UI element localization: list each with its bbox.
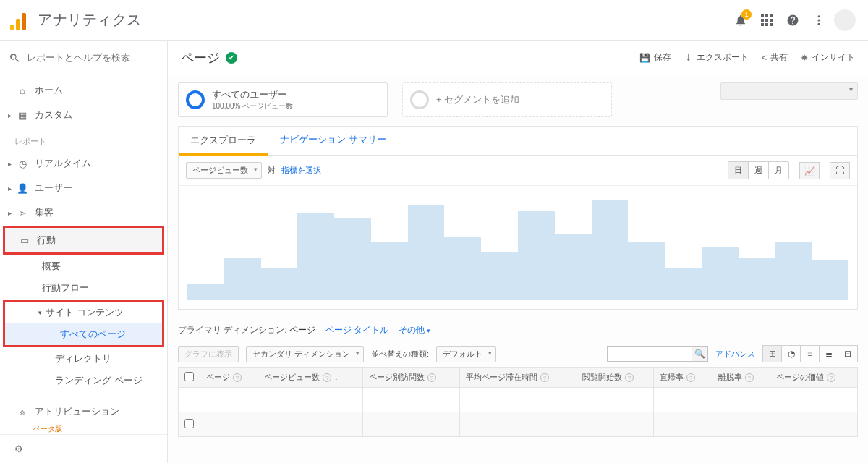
nav-custom[interactable]: ▸▦ カスタム (0, 103, 167, 127)
sort-type-select[interactable]: デフォルト (436, 346, 496, 362)
account-avatar[interactable] (832, 7, 858, 33)
nav-attribution[interactable]: ஃ アトリビューション (0, 399, 167, 424)
col-unique-pv[interactable]: ページ別訪問数? (362, 368, 459, 388)
choose-metric-link[interactable]: 指標を選択 (281, 165, 321, 176)
chart-type-line[interactable]: 📈 (799, 162, 820, 179)
col-page[interactable]: ページ? (200, 368, 258, 388)
expand-icon: ▸ (4, 184, 14, 192)
col-avg-time[interactable]: 平均ページ滞在時間? (460, 368, 576, 388)
row-checkbox[interactable] (184, 419, 194, 428)
clock-icon: ◷ (14, 158, 30, 169)
segment-all-users[interactable]: すべてのユーザー 100.00% ページビュー数 (178, 82, 388, 117)
export-icon: ⭳ (684, 53, 693, 63)
nav-behavior-overview[interactable]: 概要 (0, 255, 167, 277)
sort-desc-icon: ↓ (334, 374, 338, 381)
export-button[interactable]: ⭳エクスポート (684, 51, 749, 64)
advanced-link[interactable]: アドバンス (715, 349, 755, 360)
view-pivot-icon[interactable]: ⊟ (838, 346, 857, 362)
granularity-day[interactable]: 日 (728, 162, 749, 179)
chart-bar (702, 247, 739, 300)
nav-all-pages[interactable]: すべてのページ (5, 323, 162, 345)
help-icon[interactable]: ? (233, 373, 242, 382)
expand-icon: ▸ (4, 160, 14, 168)
search-icon (9, 52, 27, 64)
table-search-input[interactable] (608, 347, 692, 361)
tab-nav-summary[interactable]: ナビゲーション サマリー (268, 127, 398, 155)
metric-select[interactable]: ページビュー数 (186, 162, 262, 179)
nav-site-content[interactable]: ▾ サイト コンテンツ (5, 302, 162, 323)
topbar: アナリティクス 1 (0, 0, 868, 41)
vs-label: 対 (268, 165, 276, 176)
sidebar-search[interactable] (0, 41, 167, 75)
nav-behavior[interactable]: ▭ 行動 (5, 228, 162, 252)
insight-button[interactable]: ✸インサイト (801, 51, 855, 64)
menu-dots-icon[interactable] (806, 7, 832, 33)
view-data-icon[interactable]: ⊞ (763, 346, 782, 362)
nav-realtime[interactable]: ▸◷ リアルタイム (0, 151, 167, 176)
select-all-checkbox[interactable] (184, 372, 194, 381)
page-header: ページ ✔ 💾保存 ⭳エクスポート <共有 ✸インサイト (168, 41, 868, 75)
secondary-dimension-select[interactable]: セカンダリ ディメンション (246, 346, 364, 362)
tab-explorer[interactable]: エクスプローラ (179, 127, 268, 156)
chart-bar (665, 268, 702, 300)
col-bounce[interactable]: 直帰率? (654, 368, 712, 388)
table-row[interactable] (179, 412, 858, 437)
help-icon[interactable]: ? (625, 373, 634, 382)
nav-home[interactable]: ⌂ ホーム (0, 78, 167, 103)
nav-directory[interactable]: ディレクトリ (0, 348, 167, 370)
col-page-value[interactable]: ページの価値? (770, 368, 858, 388)
explorer-card: エクスプローラ ナビゲーション サマリー ページビュー数 対 指標を選択 日 週… (178, 126, 858, 310)
dim-page-title[interactable]: ページ タイトル (326, 324, 388, 336)
nav-acquisition[interactable]: ▸➣ 集客 (0, 200, 167, 225)
col-exit[interactable]: 離脱率? (712, 368, 770, 388)
help-icon[interactable]: ? (540, 373, 549, 382)
chart-bar (444, 237, 481, 300)
insight-icon: ✸ (801, 53, 808, 63)
help-icon[interactable] (780, 7, 806, 33)
primary-dimension-label: プライマリ ディメンション: ページ (178, 324, 315, 336)
granularity-week[interactable]: 週 (749, 162, 769, 179)
dim-other[interactable]: その他 (399, 324, 430, 336)
svg-rect-3 (761, 19, 764, 22)
nav-audience[interactable]: ▸👤 ユーザー (0, 176, 167, 200)
apps-icon[interactable] (754, 7, 780, 33)
segment-ring-icon (186, 90, 205, 109)
help-icon[interactable]: ? (686, 373, 695, 382)
view-comparison-icon[interactable]: ≣ (820, 346, 838, 362)
chart-bar (261, 268, 298, 300)
chart-bar (481, 252, 518, 300)
chart-bar (812, 260, 848, 300)
notifications-icon[interactable]: 1 (728, 7, 754, 33)
help-icon[interactable]: ? (745, 373, 754, 382)
main: ページ ✔ 💾保存 ⭳エクスポート <共有 ✸インサイト すべてのユーザー 10… (168, 41, 868, 463)
nav-landing-pages[interactable]: ランディング ページ (0, 370, 167, 391)
chart-type-motion[interactable]: ⛶ (830, 162, 850, 179)
date-range-picker[interactable] (720, 82, 858, 100)
sidebar-search-input[interactable] (27, 52, 158, 63)
save-button[interactable]: 💾保存 (639, 51, 671, 64)
behavior-icon: ▭ (17, 235, 33, 246)
col-entrances[interactable]: 閲覧開始数? (576, 368, 654, 388)
table-search-button[interactable]: 🔍 (692, 347, 707, 361)
nav-admin[interactable]: ⚙ (0, 434, 167, 463)
plot-rows-button[interactable]: グラフに表示 (178, 346, 239, 362)
help-icon[interactable]: ? (827, 373, 835, 382)
ga-logo (10, 10, 30, 30)
svg-rect-4 (765, 19, 768, 22)
col-pageviews[interactable]: ページビュー数?↓ (258, 368, 362, 388)
nav-behavior-flow[interactable]: 行動フロー (0, 277, 167, 299)
chart-bar (371, 242, 408, 300)
view-performance-icon[interactable]: ≡ (801, 346, 820, 362)
verified-icon: ✔ (226, 52, 237, 64)
sidebar: ⌂ ホーム ▸▦ カスタム レポート ▸◷ リアルタイム ▸👤 ユーザー ▸➣ (0, 41, 168, 463)
view-percentage-icon[interactable]: ◔ (782, 346, 801, 362)
help-icon[interactable]: ? (323, 373, 331, 382)
svg-point-9 (818, 15, 820, 17)
granularity-month[interactable]: 月 (769, 162, 788, 179)
help-icon[interactable]: ? (427, 373, 436, 382)
table-row[interactable] (179, 388, 858, 412)
svg-rect-2 (770, 14, 773, 17)
gear-icon: ⚙ (14, 443, 23, 454)
share-button[interactable]: <共有 (762, 51, 788, 64)
segment-add[interactable]: + セグメントを追加 (402, 82, 612, 117)
